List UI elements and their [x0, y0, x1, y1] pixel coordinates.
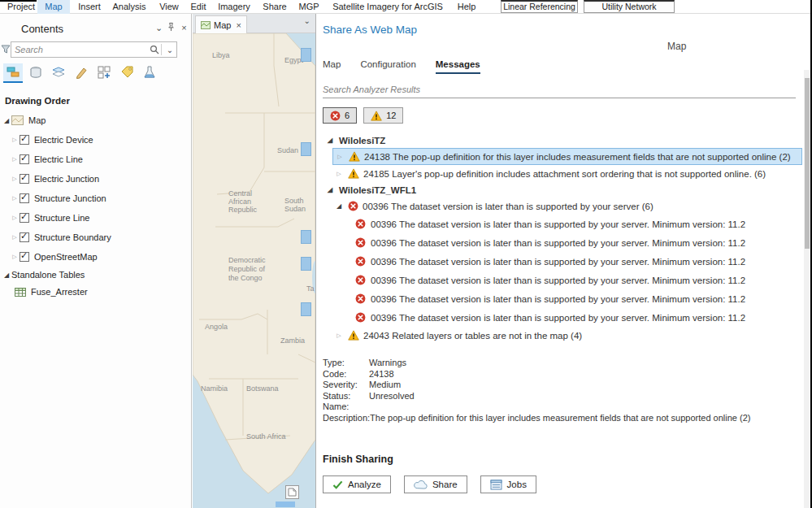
layer-checkbox[interactable]: ✓ — [20, 213, 29, 223]
map-edge-marker[interactable] — [301, 230, 311, 244]
contents-search-input[interactable] — [11, 45, 150, 54]
errors-filter-badge[interactable]: 6 — [323, 107, 357, 124]
contextual-tab-linear-referencing[interactable]: Linear Referencing — [501, 0, 578, 13]
ribbon-tab-insert[interactable]: Insert — [73, 0, 106, 14]
map-canvas[interactable]: Libya Egypt Sudan Central African Republ… — [193, 33, 315, 508]
layer-row-openstreetmap[interactable]: ▷ ✓ OpenStreetMap — [10, 249, 98, 265]
analyzer-search-input[interactable] — [323, 81, 796, 98]
warnings-filter-badge[interactable]: 12 — [363, 107, 403, 124]
layer-checkbox[interactable]: ✓ — [20, 154, 29, 164]
arcgis-pro-window: Project Map Insert Analysis View Edit Im… — [0, 0, 812, 508]
layer-row-structure-boundary[interactable]: ▷ ✓ Structure Boundary — [10, 229, 111, 245]
expander-collapsed-icon[interactable]: ▷ — [10, 254, 20, 260]
analyzer-group-wilolesitz[interactable]: ◢ WilolesiTZ — [323, 132, 796, 148]
map-view-tab[interactable]: Map × — [195, 15, 247, 33]
expander-expanded-icon[interactable]: ◢ — [2, 117, 11, 124]
analyze-button[interactable]: Analyze — [323, 475, 391, 493]
layer-label: Structure Line — [34, 213, 89, 223]
contextual-tab-utility-network[interactable]: Utility Network — [584, 0, 675, 13]
analyzer-message-00396-detail[interactable]: 00396 The dataset version is later than … — [355, 233, 796, 252]
layer-checkbox[interactable]: ✓ — [20, 174, 29, 184]
analyzer-message-24185[interactable]: ▷ 24185 Layer's pop-up definition includ… — [332, 165, 796, 182]
analyzer-message-24138[interactable]: ▷ 24138 The pop-up definition for this l… — [332, 148, 802, 165]
layer-row-electric-line[interactable]: ▷ ✓ Electric Line — [10, 151, 83, 167]
layer-checkbox[interactable]: ✓ — [20, 252, 29, 262]
page-layout-button[interactable] — [285, 485, 299, 499]
map-edge-marker[interactable] — [301, 302, 311, 316]
expander-expanded-icon[interactable]: ◢ — [325, 186, 335, 193]
ribbon-tab-imagery[interactable]: Imagery — [213, 0, 255, 14]
expander-collapsed-icon[interactable]: ▷ — [10, 215, 20, 221]
share-button[interactable]: Share — [404, 475, 467, 493]
checkmark-icon: ✓ — [20, 133, 28, 144]
ribbon-tab-analysis[interactable]: Analysis — [108, 0, 150, 14]
expander-collapsed-icon[interactable]: ▷ — [10, 195, 20, 202]
expander-collapsed-icon[interactable]: ▷ — [10, 156, 20, 163]
expander-collapsed-icon[interactable]: ▷ — [10, 137, 20, 143]
error-icon — [355, 219, 366, 229]
search-icon[interactable] — [150, 45, 159, 54]
list-by-editing-icon[interactable] — [72, 63, 91, 83]
close-view-icon[interactable]: × — [236, 20, 241, 30]
expander-expanded-icon[interactable]: ◢ — [2, 271, 11, 279]
analyzer-message-00396-detail[interactable]: 00396 The dataset version is later than … — [355, 271, 796, 289]
layer-label: Electric Junction — [34, 174, 99, 184]
jobs-button[interactable]: Jobs — [480, 475, 536, 493]
tab-messages[interactable]: Messages — [436, 59, 480, 74]
list-by-charts-icon[interactable] — [140, 63, 159, 83]
layer-row-structure-junction[interactable]: ▷ ✓ Structure Junction — [10, 190, 106, 206]
expander-collapsed-icon[interactable]: ▷ — [335, 154, 345, 160]
horizontal-scrollbar-thumb[interactable] — [276, 501, 295, 507]
close-pane-icon[interactable]: × — [178, 22, 190, 34]
analyzer-message-00396-detail[interactable]: 00396 The dataset version is later than … — [355, 215, 796, 233]
layer-checkbox[interactable]: ✓ — [20, 193, 29, 203]
filter-funnel-icon[interactable] — [1, 45, 11, 55]
list-by-drawing-order-icon[interactable] — [3, 63, 23, 83]
ribbon-tab-edit[interactable]: Edit — [185, 0, 211, 14]
list-by-data-source-icon[interactable] — [26, 63, 46, 83]
ribbon-tab-share[interactable]: Share — [258, 0, 291, 14]
layer-row-structure-line[interactable]: ▷ ✓ Structure Line — [10, 210, 89, 226]
layer-row-map[interactable]: ◢ Map — [2, 112, 46, 128]
analyzer-group-wilolesitz-wfl1[interactable]: ◢ WilolesiTZ_WFL1 — [323, 182, 796, 198]
map-edge-marker[interactable] — [301, 48, 311, 62]
standalone-tables-row[interactable]: ◢ Standalone Tables — [2, 267, 85, 283]
analyzer-message-00396-detail[interactable]: 00396 The dataset version is later than … — [355, 289, 796, 308]
search-dropdown-icon[interactable]: ⌄ — [163, 46, 176, 54]
pin-icon[interactable] — [165, 22, 177, 34]
pane-menu-chevron-icon[interactable]: ⌄ — [153, 22, 165, 34]
expander-collapsed-icon[interactable]: ▷ — [334, 171, 344, 177]
ribbon-tab-map[interactable]: Map — [37, 0, 70, 14]
message-details: Type: Warnings Code: 24138 Severity: Med… — [323, 358, 796, 423]
list-by-selection-icon[interactable] — [49, 63, 68, 83]
tab-configuration[interactable]: Configuration — [360, 59, 415, 74]
expander-collapsed-icon[interactable]: ▷ — [334, 332, 344, 339]
ribbon-tab-help[interactable]: Help — [452, 0, 481, 14]
map-edge-marker[interactable] — [301, 257, 311, 271]
expander-collapsed-icon[interactable]: ▷ — [10, 234, 20, 241]
list-by-snapping-icon[interactable] — [94, 63, 114, 83]
analyzer-message-00396-detail[interactable]: 00396 The dataset version is later than … — [355, 308, 796, 327]
detail-value: Medium — [369, 380, 401, 391]
layer-checkbox[interactable]: ✓ — [20, 135, 29, 145]
ribbon-tab-satellite-imagery[interactable]: Satellite Imagery for ArcGIS — [327, 0, 449, 14]
analyzer-message-24043[interactable]: ▷ 24043 Related layers or tables are not… — [332, 327, 796, 344]
tab-map[interactable]: Map — [323, 59, 341, 74]
view-tab-dropdown-icon[interactable]: ⌄ — [304, 16, 310, 25]
map-edge-marker[interactable] — [301, 142, 311, 156]
layer-row-electric-device[interactable]: ▷ ✓ Electric Device — [10, 132, 93, 148]
layer-row-electric-junction[interactable]: ▷ ✓ Electric Junction — [10, 171, 99, 187]
expander-collapsed-icon[interactable]: ▷ — [10, 176, 20, 182]
analyzer-message-00396-detail[interactable]: 00396 The dataset version is later than … — [355, 252, 796, 271]
map-label-sudan: Sudan — [277, 146, 298, 154]
vertical-scrollbar-thumb[interactable] — [805, 78, 810, 249]
ribbon-tab-mgp[interactable]: MGP — [294, 0, 323, 14]
ribbon-tab-view[interactable]: View — [154, 0, 184, 14]
expander-expanded-icon[interactable]: ◢ — [325, 137, 335, 144]
list-by-labeling-icon[interactable] — [117, 63, 137, 83]
layer-checkbox[interactable]: ✓ — [20, 232, 29, 242]
table-row-fuse-arrester[interactable]: Fuse_Arrester — [15, 284, 88, 300]
expander-expanded-icon[interactable]: ◢ — [334, 202, 344, 210]
ribbon-tab-project[interactable]: Project — [3, 0, 39, 14]
analyzer-message-00396-parent[interactable]: ◢ 00396 The dataset version is later tha… — [332, 198, 796, 215]
